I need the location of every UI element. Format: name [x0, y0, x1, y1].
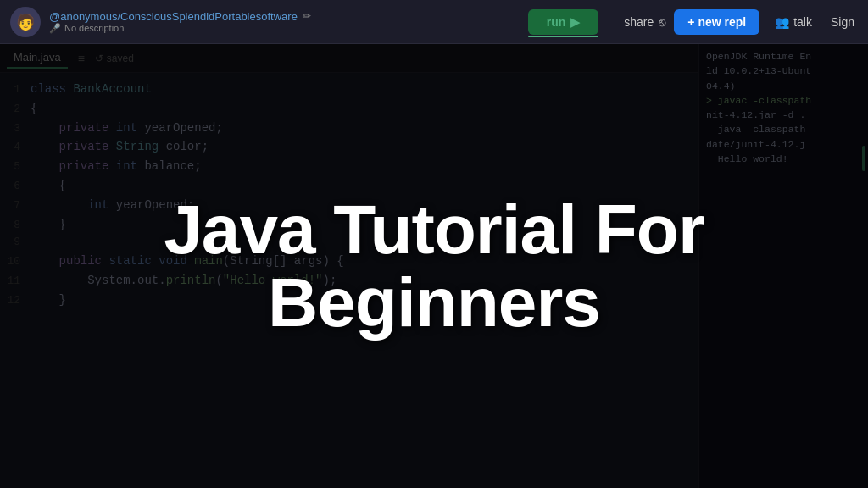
mic-icon: 🎤	[49, 23, 61, 34]
sign-button[interactable]: Sign	[827, 9, 858, 35]
new-repl-button[interactable]: + new repl	[674, 9, 760, 35]
topbar-left: 🧑 @anonymous/ConsciousSplendidPortableso…	[10, 7, 528, 37]
run-button[interactable]: run ▶	[528, 9, 599, 35]
topbar: 🧑 @anonymous/ConsciousSplendidPortableso…	[0, 0, 868, 44]
share-button[interactable]: share ⎋	[615, 9, 674, 35]
project-name-text: @anonymous/ConsciousSplendidPortablesoft…	[49, 10, 298, 23]
editor-area: Main.java ≡ ↺ saved 1class BankAccount2{…	[0, 44, 868, 488]
new-repl-label: + new repl	[687, 15, 746, 29]
share-label: share	[624, 15, 654, 29]
avatar: 🧑	[10, 7, 41, 37]
overlay-title: Java Tutorial For Beginners	[164, 193, 704, 339]
run-icon: ▶	[570, 15, 580, 29]
project-info: @anonymous/ConsciousSplendidPortablesoft…	[49, 10, 311, 34]
overlay-title-line2: Beginners	[268, 263, 600, 341]
overlay-title-line1: Java Tutorial For	[164, 191, 704, 268]
topbar-center: run ▶ share ⎋	[528, 9, 675, 35]
project-desc: 🎤 No description	[49, 23, 311, 34]
topbar-right: + new repl 👥 talk Sign	[674, 9, 858, 35]
talk-icon: 👥	[775, 15, 789, 29]
project-name: @anonymous/ConsciousSplendidPortablesoft…	[49, 10, 311, 23]
talk-button[interactable]: 👥 talk	[768, 9, 819, 35]
run-label: run	[547, 15, 566, 29]
overlay: Java Tutorial For Beginners	[0, 44, 868, 488]
talk-label: talk	[793, 15, 812, 29]
no-description-text: No description	[64, 23, 124, 33]
edit-icon[interactable]: ✏	[303, 10, 311, 22]
share-icon: ⎋	[659, 15, 665, 29]
sign-label: Sign	[831, 15, 854, 29]
